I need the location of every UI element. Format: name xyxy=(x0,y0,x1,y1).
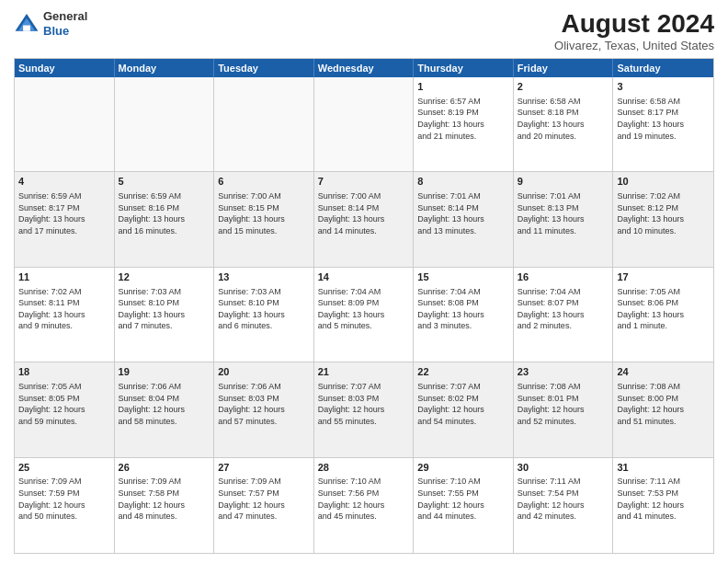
day-number-25: 25 xyxy=(18,461,110,475)
week-2: 4Sunrise: 6:59 AM Sunset: 8:17 PM Daylig… xyxy=(15,172,713,267)
day-number-15: 15 xyxy=(417,270,509,284)
day-number-20: 20 xyxy=(218,365,310,379)
calendar-header: Sunday Monday Tuesday Wednesday Thursday… xyxy=(15,59,713,77)
logo-general: General xyxy=(43,9,87,24)
day-17-text: Sunrise: 7:05 AM Sunset: 8:06 PM Dayligh… xyxy=(617,286,710,332)
day-number-28: 28 xyxy=(318,461,410,475)
day-1: 1Sunrise: 6:57 AM Sunset: 8:19 PM Daylig… xyxy=(414,77,514,171)
logo-icon xyxy=(14,11,40,37)
title-location: Olivarez, Texas, United States xyxy=(554,39,714,52)
day-24-text: Sunrise: 7:08 AM Sunset: 8:00 PM Dayligh… xyxy=(617,381,710,427)
day-number-5: 5 xyxy=(119,175,210,189)
day-28-text: Sunrise: 7:10 AM Sunset: 7:56 PM Dayligh… xyxy=(318,476,410,522)
week-4: 18Sunrise: 7:05 AM Sunset: 8:05 PM Dayli… xyxy=(15,362,713,457)
day-4-text: Sunrise: 6:59 AM Sunset: 8:17 PM Dayligh… xyxy=(18,190,110,236)
day-7-text: Sunrise: 7:00 AM Sunset: 8:14 PM Dayligh… xyxy=(318,190,410,236)
day-10-text: Sunrise: 7:02 AM Sunset: 8:12 PM Dayligh… xyxy=(617,190,710,236)
page: General Blue August 2024 Olivarez, Texas… xyxy=(0,0,728,563)
day-27: 27Sunrise: 7:09 AM Sunset: 7:57 PM Dayli… xyxy=(214,458,314,553)
logo-text: General Blue xyxy=(43,9,87,38)
header-friday: Friday xyxy=(514,59,614,77)
day-12-text: Sunrise: 7:03 AM Sunset: 8:10 PM Dayligh… xyxy=(119,286,210,332)
day-18-text: Sunrise: 7:05 AM Sunset: 8:05 PM Dayligh… xyxy=(18,381,110,427)
day-26: 26Sunrise: 7:09 AM Sunset: 7:58 PM Dayli… xyxy=(115,458,215,553)
day-21-text: Sunrise: 7:07 AM Sunset: 8:03 PM Dayligh… xyxy=(318,381,410,427)
day-6-text: Sunrise: 7:00 AM Sunset: 8:15 PM Dayligh… xyxy=(218,190,310,236)
title-block: August 2024 Olivarez, Texas, United Stat… xyxy=(554,9,714,52)
day-number-17: 17 xyxy=(617,270,710,284)
day-29-text: Sunrise: 7:10 AM Sunset: 7:55 PM Dayligh… xyxy=(417,476,509,522)
day-20-text: Sunrise: 7:06 AM Sunset: 8:03 PM Dayligh… xyxy=(218,381,310,427)
day-13: 13Sunrise: 7:03 AM Sunset: 8:10 PM Dayli… xyxy=(214,268,314,362)
day-18: 18Sunrise: 7:05 AM Sunset: 8:05 PM Dayli… xyxy=(15,362,115,456)
day-3: 3Sunrise: 6:58 AM Sunset: 8:17 PM Daylig… xyxy=(613,77,713,171)
day-13-text: Sunrise: 7:03 AM Sunset: 8:10 PM Dayligh… xyxy=(218,286,310,332)
empty-cell-w0-d2 xyxy=(214,77,314,171)
day-26-text: Sunrise: 7:09 AM Sunset: 7:58 PM Dayligh… xyxy=(119,476,210,522)
logo: General Blue xyxy=(14,9,87,38)
day-2-text: Sunrise: 6:58 AM Sunset: 8:18 PM Dayligh… xyxy=(518,96,609,142)
day-8: 8Sunrise: 7:01 AM Sunset: 8:14 PM Daylig… xyxy=(414,172,514,266)
day-24: 24Sunrise: 7:08 AM Sunset: 8:00 PM Dayli… xyxy=(613,362,713,456)
day-10: 10Sunrise: 7:02 AM Sunset: 8:12 PM Dayli… xyxy=(613,172,713,266)
day-15-text: Sunrise: 7:04 AM Sunset: 8:08 PM Dayligh… xyxy=(417,286,509,332)
day-4: 4Sunrise: 6:59 AM Sunset: 8:17 PM Daylig… xyxy=(15,172,115,266)
day-number-7: 7 xyxy=(318,175,410,189)
day-1-text: Sunrise: 6:57 AM Sunset: 8:19 PM Dayligh… xyxy=(417,96,509,142)
day-29: 29Sunrise: 7:10 AM Sunset: 7:55 PM Dayli… xyxy=(414,458,514,553)
day-23: 23Sunrise: 7:08 AM Sunset: 8:01 PM Dayli… xyxy=(514,362,614,456)
day-number-24: 24 xyxy=(617,365,710,379)
day-number-6: 6 xyxy=(218,175,310,189)
empty-cell-w0-d3 xyxy=(314,77,415,171)
day-number-3: 3 xyxy=(617,80,710,94)
day-12: 12Sunrise: 7:03 AM Sunset: 8:10 PM Dayli… xyxy=(115,268,215,362)
day-number-9: 9 xyxy=(518,175,609,189)
day-19-text: Sunrise: 7:06 AM Sunset: 8:04 PM Dayligh… xyxy=(119,381,210,427)
day-number-11: 11 xyxy=(18,270,110,284)
day-5: 5Sunrise: 6:59 AM Sunset: 8:16 PM Daylig… xyxy=(115,172,215,266)
day-21: 21Sunrise: 7:07 AM Sunset: 8:03 PM Dayli… xyxy=(314,362,415,456)
day-number-16: 16 xyxy=(518,270,609,284)
svg-rect-2 xyxy=(23,25,30,30)
header-monday: Monday xyxy=(115,59,215,77)
day-number-19: 19 xyxy=(119,365,210,379)
empty-cell-w0-d0 xyxy=(15,77,115,171)
header-tuesday: Tuesday xyxy=(214,59,314,77)
header-wednesday: Wednesday xyxy=(314,59,415,77)
week-5: 25Sunrise: 7:09 AM Sunset: 7:59 PM Dayli… xyxy=(15,458,713,553)
day-number-21: 21 xyxy=(318,365,410,379)
day-number-18: 18 xyxy=(18,365,110,379)
day-28: 28Sunrise: 7:10 AM Sunset: 7:56 PM Dayli… xyxy=(314,458,415,553)
day-31-text: Sunrise: 7:11 AM Sunset: 7:53 PM Dayligh… xyxy=(617,476,710,522)
day-30: 30Sunrise: 7:11 AM Sunset: 7:54 PM Dayli… xyxy=(514,458,614,553)
day-number-27: 27 xyxy=(218,461,310,475)
logo-blue: Blue xyxy=(43,24,87,39)
day-22-text: Sunrise: 7:07 AM Sunset: 8:02 PM Dayligh… xyxy=(417,381,509,427)
day-8-text: Sunrise: 7:01 AM Sunset: 8:14 PM Dayligh… xyxy=(417,190,509,236)
day-7: 7Sunrise: 7:00 AM Sunset: 8:14 PM Daylig… xyxy=(314,172,415,266)
day-number-29: 29 xyxy=(417,461,509,475)
header-thursday: Thursday xyxy=(414,59,514,77)
day-6: 6Sunrise: 7:00 AM Sunset: 8:15 PM Daylig… xyxy=(214,172,314,266)
day-25: 25Sunrise: 7:09 AM Sunset: 7:59 PM Dayli… xyxy=(15,458,115,553)
day-22: 22Sunrise: 7:07 AM Sunset: 8:02 PM Dayli… xyxy=(414,362,514,456)
day-number-4: 4 xyxy=(18,175,110,189)
day-16-text: Sunrise: 7:04 AM Sunset: 8:07 PM Dayligh… xyxy=(518,286,609,332)
day-9: 9Sunrise: 7:01 AM Sunset: 8:13 PM Daylig… xyxy=(514,172,614,266)
day-19: 19Sunrise: 7:06 AM Sunset: 8:04 PM Dayli… xyxy=(115,362,215,456)
day-number-14: 14 xyxy=(318,270,410,284)
day-2: 2Sunrise: 6:58 AM Sunset: 8:18 PM Daylig… xyxy=(514,77,614,171)
empty-cell-w0-d1 xyxy=(115,77,215,171)
day-15: 15Sunrise: 7:04 AM Sunset: 8:08 PM Dayli… xyxy=(414,268,514,362)
day-number-2: 2 xyxy=(518,80,609,94)
day-number-13: 13 xyxy=(218,270,310,284)
day-5-text: Sunrise: 6:59 AM Sunset: 8:16 PM Dayligh… xyxy=(119,190,210,236)
title-month: August 2024 xyxy=(554,9,714,39)
day-3-text: Sunrise: 6:58 AM Sunset: 8:17 PM Dayligh… xyxy=(617,96,710,142)
day-number-12: 12 xyxy=(119,270,210,284)
week-3: 11Sunrise: 7:02 AM Sunset: 8:11 PM Dayli… xyxy=(15,268,713,362)
day-17: 17Sunrise: 7:05 AM Sunset: 8:06 PM Dayli… xyxy=(613,268,713,362)
day-27-text: Sunrise: 7:09 AM Sunset: 7:57 PM Dayligh… xyxy=(218,476,310,522)
day-number-23: 23 xyxy=(518,365,609,379)
day-20: 20Sunrise: 7:06 AM Sunset: 8:03 PM Dayli… xyxy=(214,362,314,456)
